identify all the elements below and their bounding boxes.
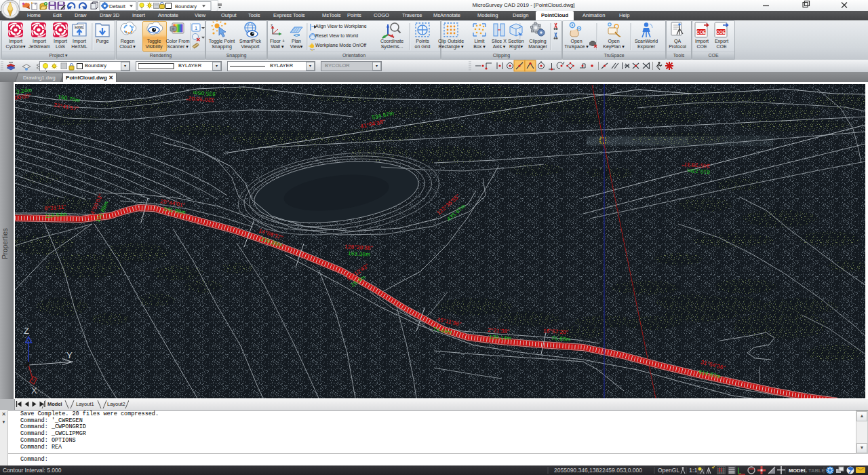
svg-text:Default: Default (109, 3, 126, 10)
svg-text:Y: Y (66, 350, 73, 360)
svg-text:X: X (31, 385, 37, 396)
svg-text:1:1: 1:1 (689, 467, 698, 474)
svg-text:163.38m: 163.38m (348, 250, 371, 258)
svg-text:HXML: HXML (75, 26, 83, 29)
svg-text:Boundary: Boundary (175, 3, 197, 10)
svg-text:1: 1 (195, 25, 197, 31)
svg-text:Z: Z (24, 326, 29, 336)
